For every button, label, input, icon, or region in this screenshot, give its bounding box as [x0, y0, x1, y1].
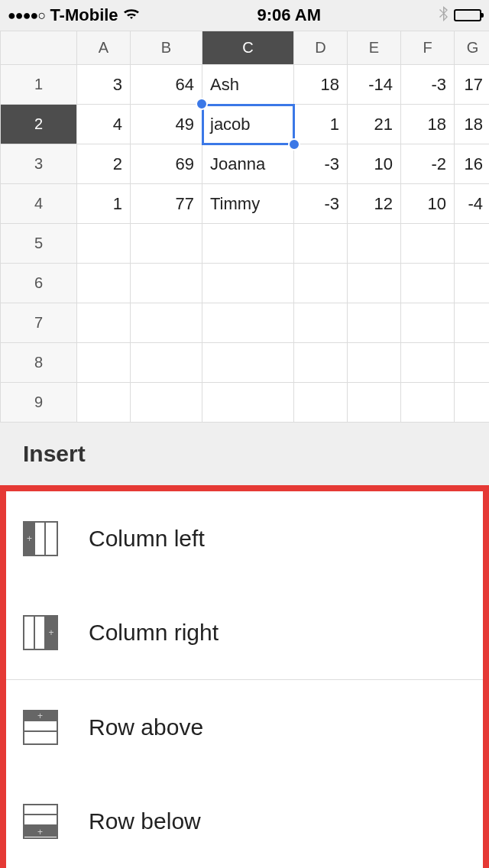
- selected-cell[interactable]: jacob: [202, 105, 294, 144]
- cell[interactable]: -3: [401, 65, 455, 105]
- col-header-G[interactable]: G: [455, 31, 490, 65]
- cell[interactable]: [131, 303, 202, 343]
- cell[interactable]: [401, 383, 455, 423]
- column-headers[interactable]: A B C D E F G: [1, 31, 490, 65]
- menu-item-row-above[interactable]: + Row above: [6, 680, 483, 774]
- cell[interactable]: [455, 224, 490, 264]
- cell[interactable]: [348, 343, 401, 383]
- cell[interactable]: [401, 224, 455, 264]
- corner-cell[interactable]: [1, 31, 77, 65]
- menu-item-label: Column right: [89, 620, 219, 646]
- cell[interactable]: Joanna: [202, 144, 294, 184]
- row-header-6[interactable]: 6: [1, 264, 77, 303]
- cell[interactable]: [348, 264, 401, 303]
- cell[interactable]: -4: [455, 184, 490, 224]
- menu-item-column-right[interactable]: + Column right: [6, 585, 483, 679]
- cell[interactable]: -14: [348, 65, 401, 105]
- cell[interactable]: [131, 343, 202, 383]
- cell[interactable]: [202, 264, 294, 303]
- row-above-icon: +: [23, 710, 58, 745]
- cell[interactable]: [401, 343, 455, 383]
- cell[interactable]: -3: [294, 144, 348, 184]
- col-header-A[interactable]: A: [77, 31, 131, 65]
- table-row[interactable]: 7: [1, 303, 490, 343]
- selection-handle-bottom-right[interactable]: [288, 138, 300, 151]
- selection-handle-top-left[interactable]: [196, 98, 208, 110]
- cell[interactable]: [131, 224, 202, 264]
- cell[interactable]: [202, 383, 294, 423]
- cell[interactable]: [131, 383, 202, 423]
- cell[interactable]: [401, 303, 455, 343]
- row-header-2[interactable]: 2: [1, 105, 77, 144]
- menu-item-column-left[interactable]: + Column left: [6, 491, 483, 585]
- row-header-7[interactable]: 7: [1, 303, 77, 343]
- table-row[interactable]: 4 1 77 Timmy -3 12 10 -4: [1, 184, 490, 224]
- row-header-8[interactable]: 8: [1, 343, 77, 383]
- cell[interactable]: [77, 264, 131, 303]
- cell[interactable]: Timmy: [202, 184, 294, 224]
- cell[interactable]: [348, 303, 401, 343]
- cell[interactable]: 10: [348, 144, 401, 184]
- col-header-C[interactable]: C: [202, 31, 294, 65]
- cell[interactable]: 16: [455, 144, 490, 184]
- row-header-9[interactable]: 9: [1, 383, 77, 423]
- cell[interactable]: 4: [77, 105, 131, 144]
- table-row[interactable]: 5: [1, 224, 490, 264]
- cell[interactable]: [202, 224, 294, 264]
- cell[interactable]: 18: [294, 65, 348, 105]
- wifi-icon: [123, 5, 140, 25]
- cell[interactable]: 17: [455, 65, 490, 105]
- cell[interactable]: [348, 224, 401, 264]
- row-header-3[interactable]: 3: [1, 144, 77, 184]
- cell[interactable]: [348, 383, 401, 423]
- cell[interactable]: Ash: [202, 65, 294, 105]
- cell[interactable]: [202, 303, 294, 343]
- cell[interactable]: 2: [77, 144, 131, 184]
- col-header-D[interactable]: D: [294, 31, 348, 65]
- cell[interactable]: 1: [294, 105, 348, 144]
- table-row[interactable]: 1 3 64 Ash 18 -14 -3 17: [1, 65, 490, 105]
- cell[interactable]: 12: [348, 184, 401, 224]
- cell[interactable]: -3: [294, 184, 348, 224]
- cell[interactable]: [294, 343, 348, 383]
- table-row[interactable]: 6: [1, 264, 490, 303]
- cell[interactable]: [294, 383, 348, 423]
- cell[interactable]: 77: [131, 184, 202, 224]
- cell[interactable]: 21: [348, 105, 401, 144]
- row-header-4[interactable]: 4: [1, 184, 77, 224]
- cell[interactable]: [77, 343, 131, 383]
- cell[interactable]: 64: [131, 65, 202, 105]
- table-row[interactable]: 3 2 69 Joanna -3 10 -2 16: [1, 144, 490, 184]
- cell[interactable]: 18: [401, 105, 455, 144]
- cell[interactable]: 3: [77, 65, 131, 105]
- cell[interactable]: 49: [131, 105, 202, 144]
- cell[interactable]: -2: [401, 144, 455, 184]
- col-header-B[interactable]: B: [131, 31, 202, 65]
- cell[interactable]: [455, 383, 490, 423]
- table-row[interactable]: 2 4 49 jacob 1 21 18 18: [1, 105, 490, 144]
- row-header-5[interactable]: 5: [1, 224, 77, 264]
- cell[interactable]: 1: [77, 184, 131, 224]
- cell[interactable]: [131, 264, 202, 303]
- cell[interactable]: [294, 303, 348, 343]
- cell[interactable]: 18: [455, 105, 490, 144]
- cell[interactable]: 10: [401, 184, 455, 224]
- col-header-F[interactable]: F: [401, 31, 455, 65]
- cell[interactable]: [455, 303, 490, 343]
- table-row[interactable]: 8: [1, 343, 490, 383]
- menu-item-row-below[interactable]: + Row below: [6, 774, 483, 868]
- cell[interactable]: 69: [131, 144, 202, 184]
- cell[interactable]: [294, 264, 348, 303]
- table-row[interactable]: 9: [1, 383, 490, 423]
- cell[interactable]: [77, 303, 131, 343]
- cell[interactable]: [77, 224, 131, 264]
- cell[interactable]: [77, 383, 131, 423]
- cell[interactable]: [401, 264, 455, 303]
- row-header-1[interactable]: 1: [1, 65, 77, 105]
- col-header-E[interactable]: E: [348, 31, 401, 65]
- spreadsheet[interactable]: A B C D E F G 1 3 64 Ash 18 -14 -3 17 2 …: [0, 31, 489, 423]
- cell[interactable]: [294, 224, 348, 264]
- cell[interactable]: [202, 343, 294, 383]
- cell[interactable]: [455, 264, 490, 303]
- cell[interactable]: [455, 343, 490, 383]
